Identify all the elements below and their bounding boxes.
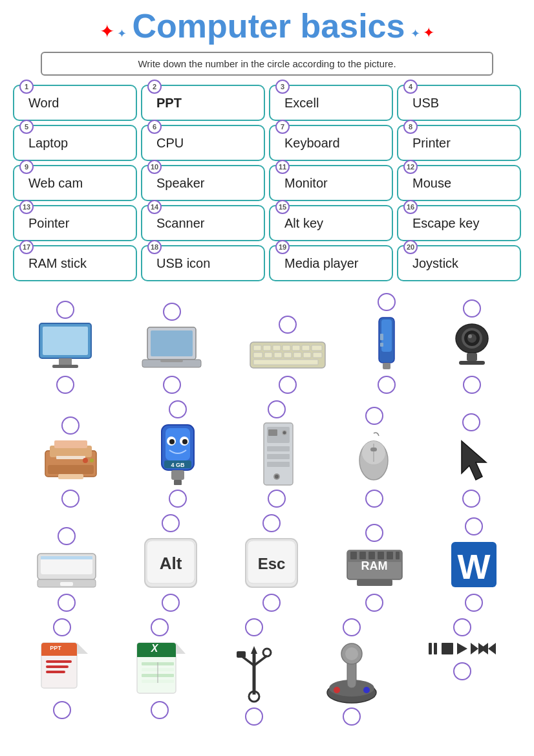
vocab-number-1: 1 xyxy=(19,80,34,94)
circle-alt xyxy=(162,594,180,612)
svg-text:Alt: Alt xyxy=(160,554,182,573)
cpu-tower-svg xyxy=(254,422,299,486)
circle-excel-top xyxy=(151,618,169,636)
svg-rect-28 xyxy=(380,343,383,347)
vocab-card-5: 5Laptop xyxy=(13,125,137,161)
vocab-number-10: 10 xyxy=(147,160,162,174)
svg-marker-130 xyxy=(488,643,496,654)
img-ppt-icon: PPT xyxy=(36,618,88,719)
svg-point-58 xyxy=(283,431,286,435)
img-usb-drive xyxy=(374,293,400,394)
vocab-number-6: 6 xyxy=(147,120,162,134)
printer-svg xyxy=(40,438,101,486)
vocab-label-11: Monitor xyxy=(282,176,328,191)
svg-rect-83 xyxy=(350,552,357,559)
svg-rect-35 xyxy=(459,361,485,365)
vocab-number-2: 2 xyxy=(147,80,162,94)
svg-rect-124 xyxy=(429,643,432,654)
vocab-label-9: Web cam xyxy=(26,176,83,191)
vocab-card-6: 6CPU xyxy=(141,125,265,161)
vocab-number-19: 19 xyxy=(275,240,290,254)
svg-rect-20 xyxy=(294,352,301,358)
media-controls-svg xyxy=(427,640,498,659)
usb-drive-svg xyxy=(374,314,400,373)
svg-rect-9 xyxy=(253,345,261,351)
vocab-card-4: 4USB xyxy=(397,85,521,121)
img-scanner xyxy=(34,527,99,612)
img-excel-icon: X xyxy=(134,618,186,719)
svg-rect-97 xyxy=(46,665,69,668)
vocab-label-14: Scanner xyxy=(154,216,205,231)
monitor-svg xyxy=(36,322,94,373)
svg-rect-18 xyxy=(274,352,282,358)
vocab-label-19: Media player xyxy=(282,256,359,271)
svg-rect-11 xyxy=(273,345,281,351)
svg-rect-13 xyxy=(292,345,300,351)
keyboard-svg xyxy=(249,337,326,373)
vocab-label-10: Speaker xyxy=(154,176,205,191)
vocab-number-13: 13 xyxy=(19,200,34,214)
img-printer xyxy=(40,416,101,508)
svg-marker-127 xyxy=(457,643,467,654)
circle-usb-drive xyxy=(378,376,396,394)
svg-rect-61 xyxy=(267,462,290,467)
svg-point-42 xyxy=(83,458,88,463)
vocab-number-7: 7 xyxy=(275,120,290,134)
vocab-label-20: Joystick xyxy=(410,256,458,271)
circle-esc-top xyxy=(262,514,281,532)
vocab-label-12: Mouse xyxy=(410,176,451,191)
svg-text:W: W xyxy=(457,547,490,586)
vocab-card-7: 7Keyboard xyxy=(269,125,393,161)
svg-rect-126 xyxy=(442,643,453,654)
svg-rect-52 xyxy=(171,470,184,480)
vocab-label-7: Keyboard xyxy=(282,136,340,151)
svg-point-48 xyxy=(169,439,175,444)
circle-ram-top xyxy=(365,524,383,542)
img-joystick xyxy=(323,618,381,726)
circle-usb-cartoon-top xyxy=(169,400,187,418)
vocab-card-16: 16Escape key xyxy=(397,205,521,241)
star-blue-right: ✦ xyxy=(411,27,420,41)
img-pointer xyxy=(449,413,494,508)
circle-alt-top xyxy=(162,514,180,532)
scanner-svg xyxy=(34,548,99,590)
svg-rect-113 xyxy=(237,651,246,658)
svg-point-43 xyxy=(90,459,94,462)
vocab-label-16: Escape key xyxy=(410,216,479,231)
img-ram: RAM xyxy=(344,524,405,612)
svg-rect-85 xyxy=(368,552,375,559)
svg-point-123 xyxy=(363,687,370,693)
svg-point-122 xyxy=(334,687,340,693)
excel-svg: X xyxy=(134,640,186,698)
mouse-svg xyxy=(353,428,395,486)
vocab-number-14: 14 xyxy=(147,200,162,214)
vocab-number-20: 20 xyxy=(403,240,418,254)
vocab-grid: 1Word2PPT3Excell4USB5Laptop6CPU7Keyboard… xyxy=(13,85,521,281)
svg-text:RAM: RAM xyxy=(361,559,387,572)
vocab-label-6: CPU xyxy=(154,136,184,151)
vocab-card-12: 12Mouse xyxy=(397,165,521,201)
vocab-number-5: 5 xyxy=(19,120,34,134)
circle-mouse-top xyxy=(365,407,383,425)
vocab-card-15: 15Alt key xyxy=(269,205,393,241)
svg-rect-14 xyxy=(302,345,310,351)
vocab-card-14: 14Scanner xyxy=(141,205,265,241)
img-word-icon: W xyxy=(448,517,500,612)
circle-usb-symbol xyxy=(245,707,263,726)
pointer-svg xyxy=(449,435,494,486)
star-blue-left: ✦ xyxy=(117,27,127,41)
svg-rect-87 xyxy=(387,552,393,559)
svg-rect-39 xyxy=(56,456,85,459)
ram-svg: RAM xyxy=(344,545,405,590)
vocab-number-16: 16 xyxy=(403,200,418,214)
svg-rect-12 xyxy=(283,345,290,351)
svg-rect-10 xyxy=(263,345,271,351)
svg-rect-95 xyxy=(41,651,77,656)
circle-excel xyxy=(151,701,169,719)
svg-rect-1 xyxy=(43,327,88,355)
svg-rect-73 xyxy=(60,582,73,586)
vocab-card-17: 17RAM stick xyxy=(13,245,137,281)
vocab-label-1: Word xyxy=(26,96,59,111)
vocab-label-2: PPT xyxy=(154,96,182,111)
vocab-card-10: 10Speaker xyxy=(141,165,265,201)
